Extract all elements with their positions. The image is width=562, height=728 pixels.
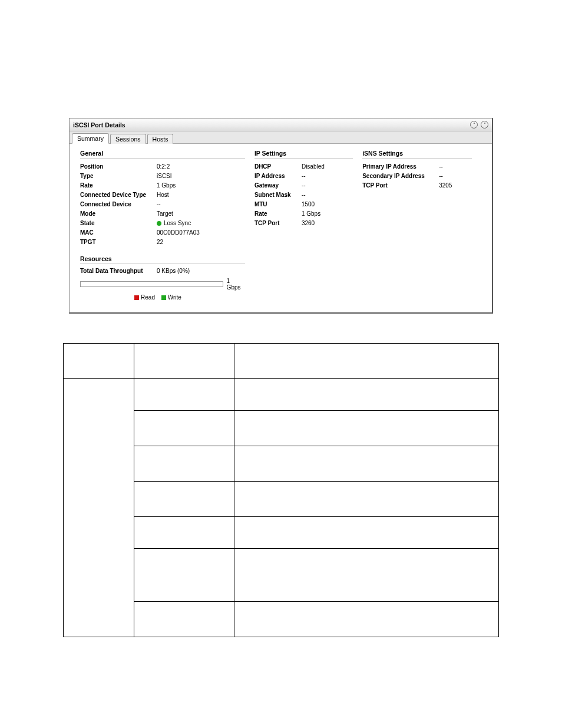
- throughput-legend: Read Write: [80, 294, 231, 301]
- panel-body: General Position0:2:2 TypeiSCSI Rate1 Gb…: [70, 144, 492, 312]
- ip-address-value: --: [302, 172, 353, 181]
- throughput-label: Total Data Throughput: [80, 268, 157, 274]
- ip-gateway-label: Gateway: [254, 181, 302, 190]
- tab-summary[interactable]: Summary: [72, 133, 109, 144]
- general-rate-label: Rate: [80, 181, 157, 190]
- general-connected-device-label: Connected Device: [80, 200, 157, 209]
- general-tpgt-label: TPGT: [80, 238, 157, 247]
- ip-rate-label: Rate: [254, 209, 302, 219]
- isns-primary-label: Primary IP Address: [362, 162, 439, 172]
- expand-down-icon[interactable]: ˅: [481, 121, 488, 129]
- legend-read-label: Read: [141, 294, 155, 301]
- isns-tcpport-value: 3205: [439, 181, 472, 190]
- ip-mtu-label: MTU: [254, 200, 302, 209]
- tabs-row: Summary Sessions Hosts: [70, 131, 492, 144]
- throughput-bar-max: 1 Gbps: [227, 278, 245, 291]
- general-tpgt-value: 22: [157, 238, 245, 247]
- tab-sessions[interactable]: Sessions: [110, 134, 146, 144]
- general-mac-label: MAC: [80, 228, 157, 238]
- general-connected-device-type-label: Connected Device Type: [80, 190, 157, 200]
- isns-secondary-value: --: [439, 172, 472, 181]
- general-heading: General: [80, 150, 245, 159]
- resources-heading: Resources: [80, 255, 245, 264]
- isns-tcpport-label: TCP Port: [362, 181, 439, 190]
- legend-write-swatch-icon: [161, 295, 166, 300]
- general-type-value: iSCSI: [157, 172, 245, 181]
- ip-subnet-label: Subnet Mask: [254, 190, 302, 200]
- collapse-up-icon[interactable]: ˄: [470, 121, 478, 129]
- ip-mtu-value: 1500: [302, 200, 353, 209]
- isns-heading: iSNS Settings: [362, 150, 472, 159]
- general-mode-label: Mode: [80, 209, 157, 219]
- general-type-label: Type: [80, 172, 157, 181]
- general-mac-value: 00C0DD077A03: [157, 228, 245, 238]
- general-rate-value: 1 Gbps: [157, 181, 245, 190]
- table-row: [64, 379, 499, 411]
- general-state-label: State: [80, 219, 157, 228]
- ip-rate-value: 1 Gbps: [302, 209, 353, 219]
- isns-secondary-label: Secondary IP Address: [362, 172, 439, 181]
- ip-dhcp-value: Disabled: [302, 162, 353, 172]
- general-state-value: Loss Sync: [164, 220, 191, 226]
- panel-titlebar: iSCSI Port Details ˄ ˅: [70, 118, 492, 131]
- general-connected-device-type-value: Host: [157, 190, 245, 200]
- ip-settings-column: IP Settings DHCPDisabled IP Address-- Ga…: [254, 150, 362, 301]
- table-row: [64, 344, 499, 379]
- legend-read-swatch-icon: [134, 295, 139, 300]
- ip-address-label: IP Address: [254, 172, 302, 181]
- ip-gateway-value: --: [302, 181, 353, 190]
- state-status-dot-icon: [157, 221, 161, 226]
- ip-dhcp-label: DHCP: [254, 162, 302, 172]
- throughput-bar: [80, 281, 223, 287]
- tab-hosts[interactable]: Hosts: [147, 134, 174, 144]
- ip-subnet-value: --: [302, 190, 353, 200]
- panel-title: iSCSI Port Details: [73, 121, 125, 129]
- ip-tcpport-label: TCP Port: [254, 219, 302, 228]
- ip-tcpport-value: 3260: [302, 219, 353, 228]
- isns-primary-value: --: [439, 162, 472, 172]
- iscsi-port-details-panel: iSCSI Port Details ˄ ˅ Summary Sessions …: [69, 118, 493, 314]
- general-mode-value: Target: [157, 209, 245, 219]
- legend-write-label: Write: [168, 294, 181, 301]
- general-connected-device-value: --: [157, 200, 245, 209]
- general-position-value: 0:2:2: [157, 162, 245, 172]
- throughput-value: 0 KBps (0%): [157, 268, 190, 274]
- general-position-label: Position: [80, 162, 157, 172]
- isns-settings-column: iSNS Settings Primary IP Address-- Secon…: [362, 150, 481, 301]
- ip-heading: IP Settings: [254, 150, 353, 159]
- general-column: General Position0:2:2 TypeiSCSI Rate1 Gb…: [80, 150, 254, 301]
- description-table: [63, 343, 499, 637]
